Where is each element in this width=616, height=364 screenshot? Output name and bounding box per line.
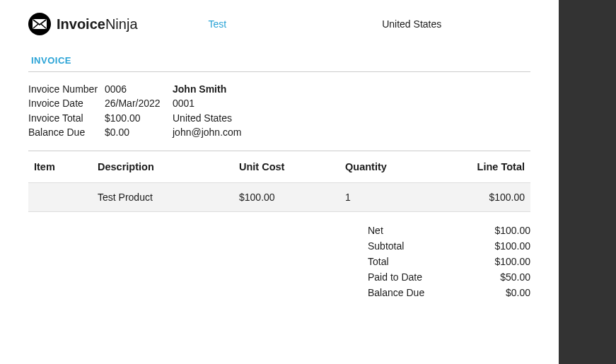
value-net: $100.00 [467,225,530,236]
label-invoice-total: Invoice Total [28,111,105,125]
label-invoice-number: Invoice Number [28,82,105,96]
meta-labels: Invoice Number Invoice Date Invoice Tota… [28,82,105,139]
col-quantity: Quantity [339,151,424,183]
logo-text: InvoiceNinja [57,16,138,33]
invoice-page: InvoiceNinja Test United States INVOICE … [0,0,559,364]
value-balance-due-total: $0.00 [467,287,530,298]
value-balance-due: $0.00 [105,125,173,139]
cell-description: Test Product [92,183,233,212]
envelope-icon [28,13,51,35]
client-country: United States [173,111,242,125]
logo-text-bold: Invoice [57,16,105,32]
client-email: john@john.com [173,125,242,139]
page-header: InvoiceNinja Test United States [28,13,530,35]
value-subtotal: $100.00 [467,240,530,252]
value-paid-to-date: $50.00 [467,271,530,283]
label-paid-to-date: Paid to Date [368,271,467,283]
company-link[interactable]: Test [209,18,227,30]
meta-values: 0006 26/Mar/2022 $100.00 $0.00 [105,82,173,139]
label-balance-due-total: Balance Due [368,287,467,298]
label-total: Total [368,256,467,267]
invoice-totals: Net $100.00 Subtotal $100.00 Total $100.… [28,225,530,298]
divider [28,71,530,72]
table-row: Test Product $100.00 1 $100.00 [28,183,530,212]
company-country: United States [382,18,441,30]
line-items-table: Item Description Unit Cost Quantity Line… [28,151,530,212]
label-net: Net [368,225,467,236]
document-title: INVOICE [28,55,530,66]
col-line-total: Line Total [424,151,530,183]
col-item: Item [28,151,92,183]
cell-quantity: 1 [339,183,424,212]
value-invoice-date: 26/Mar/2022 [105,96,173,110]
table-header-row: Item Description Unit Cost Quantity Line… [28,151,530,183]
value-total: $100.00 [467,256,530,267]
client-code: 0001 [173,96,242,110]
cell-unit-cost: $100.00 [233,183,339,212]
logo: InvoiceNinja [28,13,138,35]
label-balance-due: Balance Due [28,125,105,139]
value-invoice-number: 0006 [105,82,173,96]
label-invoice-date: Invoice Date [28,96,105,110]
col-description: Description [92,151,233,183]
invoice-meta: Invoice Number Invoice Date Invoice Tota… [28,82,530,139]
value-invoice-total: $100.00 [105,111,173,125]
logo-text-regular: Ninja [105,16,138,32]
cell-line-total: $100.00 [424,183,530,212]
client-block: John Smith 0001 United States john@john.… [173,82,242,139]
client-name: John Smith [173,82,242,96]
cell-item [28,183,92,212]
col-unit-cost: Unit Cost [233,151,339,183]
label-subtotal: Subtotal [368,240,467,252]
